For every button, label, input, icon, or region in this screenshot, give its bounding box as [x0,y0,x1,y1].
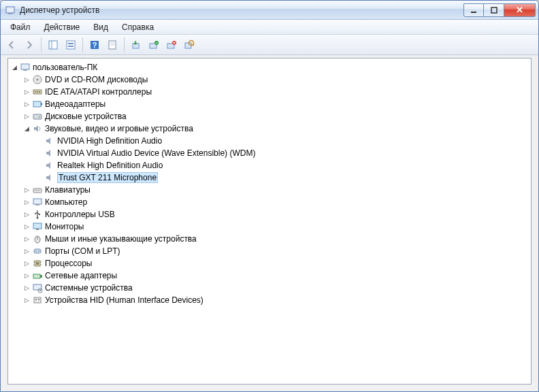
speaker-icon [44,172,55,183]
window-title: Диспетчер устройств [20,5,463,15]
svg-point-35 [39,116,40,118]
speaker-icon [44,160,55,171]
enable-button[interactable] [146,37,162,53]
tree-category-ide[interactable]: ▷ IDE ATA/ATAPI контроллеры [10,86,531,98]
properties-button[interactable] [63,37,79,53]
menu-file[interactable]: Файл [3,21,37,33]
svg-rect-34 [33,114,42,119]
tree-category-usb[interactable]: ▷ Контроллеры USB [10,208,531,220]
speaker-icon [44,135,55,146]
tree-category-keyboard[interactable]: ▷ Клавиатуры [10,184,531,196]
forward-button[interactable] [21,37,37,53]
tree-device-realtek[interactable]: Realtek High Definition Audio [10,159,531,172]
uninstall-button[interactable] [163,37,180,53]
close-button[interactable]: ✕ [504,3,536,17]
node-label: Клавиатуры [45,185,91,195]
svg-rect-8 [68,46,74,47]
tree-category-ports[interactable]: ▷ Порты (COM и LPT) [10,245,531,257]
device-tree[interactable]: ◢ пользователь-ПК ▷ DVD и CD-ROM дисково… [7,58,532,385]
svg-rect-42 [35,204,39,206]
update-driver-button[interactable] [128,37,144,53]
tree-category-computer[interactable]: ▷ Компьютер [10,196,531,208]
tree-device-nvidia-hd[interactable]: NVIDIA High Definition Audio [10,135,531,147]
ide-icon [32,86,43,97]
svg-text:?: ? [93,41,97,49]
svg-rect-50 [34,249,41,253]
expander-icon[interactable]: ▷ [22,271,31,280]
keyboard-icon [32,184,43,195]
expander-icon[interactable]: ▷ [22,259,31,268]
tree-category-dvd[interactable]: ▷ DVD и CD-ROM дисководы [10,74,531,86]
expander-icon[interactable]: ▷ [22,185,31,195]
expander-icon[interactable]: ▷ [22,75,31,84]
node-label: Мониторы [45,222,84,231]
svg-rect-7 [68,43,74,44]
expander-icon[interactable]: ▷ [22,112,31,121]
titlebar: Диспетчер устройств ✕ [1,1,538,20]
node-label: NVIDIA High Definition Audio [57,136,162,146]
svg-rect-30 [37,91,38,93]
network-icon [32,270,43,281]
maximize-button[interactable] [484,3,504,17]
expander-icon[interactable]: ◢ [10,63,19,72]
svg-rect-38 [36,190,37,191]
menu-help[interactable]: Справка [115,21,161,33]
speaker-icon [44,148,55,159]
node-label: Мыши и иные указывающие устройства [45,234,197,244]
svg-rect-39 [37,190,38,191]
svg-rect-24 [21,64,29,69]
tree-device-trust-gxt211[interactable]: Trust GXT 211 Microphone [10,172,531,184]
tree-category-video[interactable]: ▷ Видеоадаптеры [10,98,531,110]
expander-icon[interactable]: ◢ [22,124,31,133]
menu-view[interactable]: Вид [86,21,115,33]
svg-rect-60 [40,275,42,278]
tree-category-disk[interactable]: ▷ Дисковые устройства [10,110,531,122]
tree-category-hid[interactable]: ▷ Устройства HID (Human Interface Device… [10,294,531,306]
tree-category-monitor[interactable]: ▷ Мониторы [10,220,531,233]
expander-icon[interactable]: ▷ [22,295,31,305]
tree-category-net[interactable]: ▷ Сетевые адаптеры [10,270,531,282]
tree-category-system[interactable]: ▷ Системные устройства [10,282,531,294]
node-label: Компьютер [45,197,87,207]
show-hide-tree-button[interactable] [45,37,61,53]
expander-icon[interactable]: ▷ [22,210,31,219]
back-button[interactable] [3,37,20,53]
node-label: Дисковые устройства [45,112,127,121]
node-label: IDE ATA/ATAPI контроллеры [45,87,152,97]
expander-icon[interactable]: ▷ [22,222,31,231]
node-label: Порты (COM и LPT) [45,246,120,256]
hid-icon [32,295,43,306]
svg-rect-4 [49,41,57,49]
help-button[interactable]: ? [86,37,103,53]
svg-rect-33 [41,103,42,105]
svg-point-44 [35,213,36,214]
svg-point-52 [38,250,39,252]
svg-rect-37 [35,190,35,191]
minimize-button[interactable] [463,3,484,17]
node-label: Контроллеры USB [45,210,115,219]
computer-icon [20,62,31,73]
window: Диспетчер устройств ✕ Файл Действие Вид … [0,0,539,392]
tree-category-mouse[interactable]: ▷ Мыши и иные указывающие устройства [10,233,531,245]
expander-icon[interactable]: ▷ [22,234,31,244]
mouse-icon [32,233,43,244]
expander-icon[interactable]: ▷ [22,87,31,97]
expander-icon[interactable]: ▷ [22,197,31,207]
tree-root[interactable]: ◢ пользователь-ПК [10,61,531,74]
node-label: Видеоадаптеры [45,99,105,109]
tree-device-nvidia-vad[interactable]: NVIDIA Virtual Audio Device (Wave Extens… [10,147,531,159]
svg-rect-32 [33,101,41,107]
menu-action[interactable]: Действие [37,21,87,33]
scan-hardware-button[interactable] [181,37,197,53]
expander-icon[interactable]: ▷ [22,283,31,293]
tree-category-cpu[interactable]: ▷ Процессоры [10,257,531,270]
svg-rect-6 [67,41,75,49]
computer-icon [32,197,43,208]
expander-icon[interactable]: ▷ [22,246,31,256]
tree-category-sound[interactable]: ◢ Звуковые, видео и игровые устройства [10,122,531,135]
toolbar: ? [1,35,538,55]
menubar: Файл Действие Вид Справка [1,20,538,35]
properties-sheet-button[interactable] [104,37,120,53]
svg-rect-31 [39,91,40,93]
expander-icon[interactable]: ▷ [22,99,31,109]
